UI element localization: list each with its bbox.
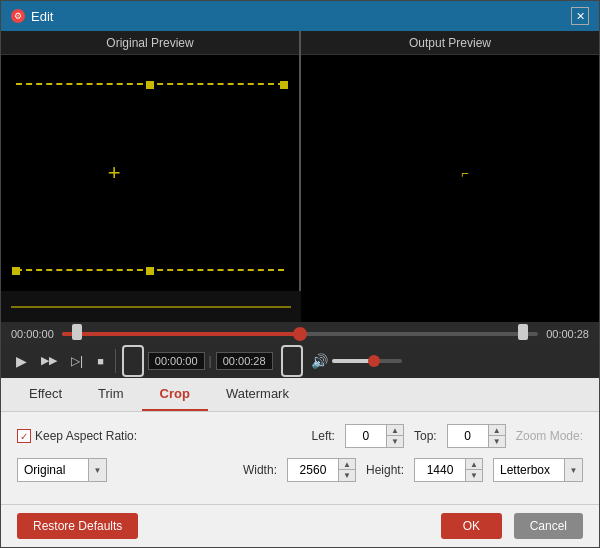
phone-landscape-icon	[281, 345, 303, 377]
height-spin-up[interactable]: ▲	[466, 459, 482, 470]
height-value: 1440	[415, 463, 465, 477]
title-bar: ⚙ Edit ✕	[1, 1, 599, 31]
keep-aspect-ratio-checkbox[interactable]: ✓	[17, 429, 31, 443]
width-label: Width:	[243, 463, 277, 477]
left-spinbox: 0 ▲ ▼	[345, 424, 404, 448]
footer: Restore Defaults OK Cancel	[1, 504, 599, 547]
timeline-slider-track[interactable]	[62, 332, 538, 336]
width-spin-up[interactable]: ▲	[339, 459, 355, 470]
timeline-slider-thumb[interactable]	[293, 327, 307, 341]
zoom-mode-value: Letterbox	[494, 463, 564, 477]
title-bar-left: ⚙ Edit	[11, 9, 53, 24]
height-spin-arrows: ▲ ▼	[465, 459, 482, 481]
output-preview-content: ⌐	[301, 55, 599, 291]
stop-button[interactable]: ■	[92, 353, 109, 369]
output-cursor: ⌐	[461, 166, 469, 181]
edit-dialog: ⚙ Edit ✕ Original Preview +	[0, 0, 600, 548]
phone-portrait-icon	[122, 345, 144, 377]
current-time-display: 00:00:00	[148, 352, 205, 370]
tab-crop[interactable]: Crop	[142, 378, 208, 411]
left-spin-down[interactable]: ▼	[387, 436, 403, 447]
volume-slider-track[interactable]	[332, 359, 402, 363]
ok-button[interactable]: OK	[441, 513, 502, 539]
width-spinbox: 2560 ▲ ▼	[287, 458, 356, 482]
width-spin-down[interactable]: ▼	[339, 470, 355, 481]
crosshair-icon: +	[108, 160, 121, 186]
original-preview-label: Original Preview	[1, 31, 299, 55]
time-separator: |	[209, 354, 212, 368]
width-spin-arrows: ▲ ▼	[338, 459, 355, 481]
zoom-mode-select[interactable]: Letterbox ▼	[493, 458, 583, 482]
zoom-mode-dropdown-arrow[interactable]: ▼	[564, 459, 582, 481]
time-slider-row: 00:00:00 00:00:28	[1, 322, 599, 344]
trim-handle-right[interactable]	[518, 324, 528, 340]
top-spin-up[interactable]: ▲	[489, 425, 505, 436]
keep-aspect-ratio-wrap: ✓ Keep Aspect Ratio:	[17, 429, 137, 443]
crop-handle-top-right[interactable]	[280, 81, 288, 89]
preview-area: Original Preview + Output Preview	[1, 31, 599, 291]
control-separator-1	[115, 349, 116, 373]
checkbox-check-icon: ✓	[20, 431, 28, 442]
timeline-strip	[1, 291, 599, 322]
restore-defaults-button[interactable]: Restore Defaults	[17, 513, 138, 539]
frame-step-button[interactable]: ▷|	[66, 352, 88, 370]
timeline-slider-fill	[62, 332, 300, 336]
timeline-waveform-right	[301, 291, 599, 322]
crop-handle-top-center[interactable]	[146, 81, 154, 89]
timeline-waveform-left	[1, 291, 301, 322]
left-spin-arrows: ▲ ▼	[386, 425, 403, 447]
crop-line-top	[16, 83, 284, 85]
output-preview-panel: Output Preview ⌐	[301, 31, 599, 291]
top-spinbox: 0 ▲ ▼	[447, 424, 506, 448]
width-value: 2560	[288, 463, 338, 477]
fast-forward-button[interactable]: ▶▶	[36, 352, 62, 369]
left-value: 0	[346, 429, 386, 443]
zoom-mode-label: Zoom Mode:	[516, 429, 583, 443]
preset-select[interactable]: Original ▼	[17, 458, 107, 482]
tab-watermark[interactable]: Watermark	[208, 378, 307, 411]
top-spin-down[interactable]: ▼	[489, 436, 505, 447]
crop-row-1: ✓ Keep Aspect Ratio: Left: 0 ▲ ▼ Top: 0	[17, 424, 583, 448]
crop-row-2: Original ▼ Width: 2560 ▲ ▼ Height: 1440 …	[17, 458, 583, 482]
trim-handle-left[interactable]	[72, 324, 82, 340]
crop-line-bottom	[16, 269, 284, 271]
top-spin-arrows: ▲ ▼	[488, 425, 505, 447]
volume-icon: 🔊	[311, 353, 328, 369]
time-end-label: 00:00:28	[546, 328, 589, 340]
volume-slider-thumb[interactable]	[368, 355, 380, 367]
close-button[interactable]: ✕	[571, 7, 589, 25]
playback-controls: ▶ ▶▶ ▷| ■ 00:00:00 | 00:00:28 🔊	[1, 344, 599, 378]
tab-trim[interactable]: Trim	[80, 378, 142, 411]
crop-handle-bottom-center[interactable]	[146, 267, 154, 275]
dialog-title: Edit	[31, 9, 53, 24]
height-spin-down[interactable]: ▼	[466, 470, 482, 481]
height-spinbox: 1440 ▲ ▼	[414, 458, 483, 482]
crop-handle-bottom-left[interactable]	[12, 267, 20, 275]
duration-display: 00:00:28	[216, 352, 273, 370]
waveform-line	[11, 306, 291, 308]
tabs-row: Effect Trim Crop Watermark	[1, 378, 599, 412]
preset-value: Original	[18, 463, 88, 477]
volume-area: 🔊	[311, 353, 402, 369]
left-label: Left:	[312, 429, 335, 443]
cancel-button[interactable]: Cancel	[514, 513, 583, 539]
footer-right: OK Cancel	[441, 513, 583, 539]
original-preview-content: +	[1, 55, 299, 291]
tab-effect[interactable]: Effect	[11, 378, 80, 411]
keep-aspect-ratio-label: Keep Aspect Ratio:	[35, 429, 137, 443]
height-label: Height:	[366, 463, 404, 477]
top-value: 0	[448, 429, 488, 443]
play-button[interactable]: ▶	[11, 351, 32, 371]
top-label: Top:	[414, 429, 437, 443]
time-start-label: 00:00:00	[11, 328, 54, 340]
dialog-icon: ⚙	[11, 9, 25, 23]
left-spin-up[interactable]: ▲	[387, 425, 403, 436]
output-preview-label: Output Preview	[301, 31, 599, 55]
preset-dropdown-arrow[interactable]: ▼	[88, 459, 106, 481]
original-preview-panel: Original Preview +	[1, 31, 299, 291]
crop-content-area: ✓ Keep Aspect Ratio: Left: 0 ▲ ▼ Top: 0	[1, 412, 599, 504]
